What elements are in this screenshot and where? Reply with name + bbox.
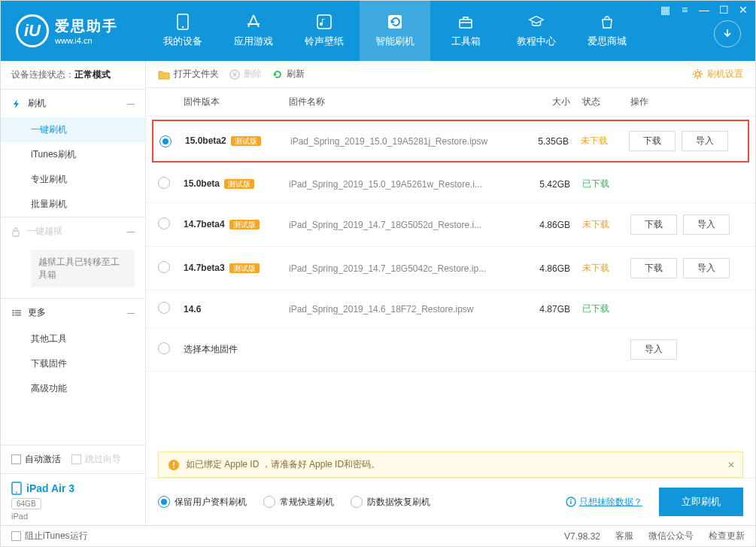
status-cell: 未下载 xyxy=(570,262,630,275)
sidebar-item-oneclick[interactable]: 一键刷机 xyxy=(1,117,145,142)
local-firmware-row[interactable]: 选择本地固件 导入 xyxy=(146,328,755,372)
import-button[interactable]: 导入 xyxy=(683,214,730,235)
wechat-link[interactable]: 微信公众号 xyxy=(648,530,694,542)
row-radio[interactable] xyxy=(158,302,170,314)
list-icon[interactable]: ≡ xyxy=(679,4,690,16)
filename-cell: iPad_Spring_2019_15.0_19A5261w_Restore.i… xyxy=(289,179,518,190)
svg-rect-2 xyxy=(317,15,331,29)
status-cell: 未下载 xyxy=(570,218,630,231)
row-radio[interactable] xyxy=(159,135,172,147)
auto-activate-checkbox[interactable]: 自动激活 xyxy=(11,453,61,466)
nav-store[interactable]: 爱思商城 xyxy=(572,1,642,61)
filename-cell: iPad_Spring_2019_15.0_19A5281j_Restore.i… xyxy=(290,136,516,147)
firmware-list: 15.0beta2测试版 iPad_Spring_2019_15.0_19A52… xyxy=(146,117,755,448)
actions-cell: 下载导入 xyxy=(630,214,743,235)
firmware-row[interactable]: 14.7beta3测试版 iPad_Spring_2019_14.7_18G50… xyxy=(146,247,755,290)
sidebar-flash-header[interactable]: 刷机 — xyxy=(1,90,145,117)
col-size: 大小 xyxy=(518,96,570,108)
row-radio[interactable] xyxy=(158,177,170,189)
row-radio[interactable] xyxy=(158,342,170,354)
row-radio[interactable] xyxy=(158,217,170,229)
appstore-icon xyxy=(245,14,262,30)
sidebar-item-itunes[interactable]: iTunes刷机 xyxy=(1,142,145,167)
refresh-button[interactable]: 刷新 xyxy=(272,68,305,81)
option-anti-recovery[interactable]: 防数据恢复刷机 xyxy=(351,496,430,509)
import-button[interactable]: 导入 xyxy=(630,339,677,360)
nav-flash[interactable]: 智能刷机 xyxy=(360,1,430,61)
svg-point-1 xyxy=(182,26,184,28)
block-itunes-checkbox[interactable]: 阻止iTunes运行 xyxy=(11,530,88,542)
sidebar-jailbreak-header[interactable]: 一键越狱 — xyxy=(1,217,145,245)
size-cell: 4.87GB xyxy=(518,304,570,315)
sidebar-item-pro[interactable]: 专业刷机 xyxy=(1,167,145,192)
version-cell: 15.0beta测试版 xyxy=(184,178,289,190)
nav-toolbox[interactable]: 工具箱 xyxy=(430,1,501,61)
alert-close-button[interactable]: ✕ xyxy=(727,460,735,470)
firmware-row[interactable]: 15.0beta测试版 iPad_Spring_2019_15.0_19A526… xyxy=(146,166,755,203)
svg-rect-10 xyxy=(15,312,21,314)
nav-my-device[interactable]: 我的设备 xyxy=(147,1,218,61)
apple-id-alert: 如已绑定 Apple ID ，请准备好 Apple ID和密码。 ✕ xyxy=(158,451,743,478)
minimize-button[interactable]: ― xyxy=(699,4,709,16)
device-type: iPad xyxy=(11,512,135,521)
version-cell: 15.0beta2测试版 xyxy=(185,135,290,147)
sidebar-item-other-tools[interactable]: 其他工具 xyxy=(1,327,145,351)
flash-settings-button[interactable]: 刷机设置 xyxy=(692,68,743,81)
beta-badge: 测试版 xyxy=(231,136,261,146)
connection-status: 设备连接状态：正常模式 xyxy=(1,61,145,89)
firmware-row[interactable]: 14.7beta4测试版 iPad_Spring_2019_14.7_18G50… xyxy=(146,203,755,247)
svg-rect-7 xyxy=(12,312,14,314)
col-version: 固件版本 xyxy=(184,96,289,108)
sidebar-item-advanced[interactable]: 高级功能 xyxy=(1,376,145,401)
device-storage: 64GB xyxy=(11,498,41,509)
svg-rect-4 xyxy=(460,20,472,28)
device-name[interactable]: iPad Air 3 xyxy=(11,482,135,495)
store-icon xyxy=(599,14,615,30)
firmware-row[interactable]: 14.6 iPad_Spring_2019_14.6_18F72_Restore… xyxy=(146,290,755,328)
delete-button: 删除 xyxy=(229,68,262,81)
download-indicator[interactable] xyxy=(714,20,741,47)
option-keep-data[interactable]: 保留用户资料刷机 xyxy=(158,496,247,509)
firmware-row[interactable]: 15.0beta2测试版 iPad_Spring_2019_15.0_19A52… xyxy=(152,120,749,163)
flash-now-button[interactable]: 立即刷机 xyxy=(659,488,743,516)
sidebar-item-download-fw[interactable]: 下载固件 xyxy=(1,351,145,376)
import-button[interactable]: 导入 xyxy=(683,258,730,278)
row-radio[interactable] xyxy=(158,261,170,273)
col-name: 固件名称 xyxy=(289,96,518,108)
filename-cell: iPad_Spring_2019_14.7_18G5052d_Restore.i… xyxy=(289,220,518,230)
download-button[interactable]: 下载 xyxy=(629,131,676,151)
open-folder-button[interactable]: 打开文件夹 xyxy=(158,68,219,81)
download-button[interactable]: 下载 xyxy=(630,214,677,235)
customer-service-link[interactable]: 客服 xyxy=(615,530,633,542)
sidebar-item-batch[interactable]: 批量刷机 xyxy=(1,192,145,217)
erase-link[interactable]: 只想抹除数据？ xyxy=(566,496,642,509)
menu-icon[interactable]: ▦ xyxy=(660,4,670,16)
skip-wizard-checkbox[interactable]: 跳过向导 xyxy=(71,453,121,466)
size-cell: 4.86GB xyxy=(518,220,570,230)
close-button[interactable]: ✕ xyxy=(738,4,748,16)
svg-rect-20 xyxy=(570,501,571,504)
jailbreak-note: 越狱工具已转移至工具箱 xyxy=(31,250,135,287)
table-header: 固件版本 固件名称 大小 状态 操作 xyxy=(146,88,755,117)
local-label: 选择本地固件 xyxy=(184,343,289,356)
folder-icon xyxy=(158,69,170,80)
check-update-link[interactable]: 检查更新 xyxy=(709,530,745,542)
flash-options-bar: 保留用户资料刷机 常规快速刷机 防数据恢复刷机 只想抹除数据？ 立即刷机 xyxy=(146,478,755,525)
svg-rect-9 xyxy=(15,310,21,311)
flash-icon xyxy=(387,14,403,30)
nav-ringtones[interactable]: 铃声壁纸 xyxy=(289,1,360,61)
sidebar: 设备连接状态：正常模式 刷机 — 一键刷机 iTunes刷机 专业刷机 批量刷机… xyxy=(1,61,146,525)
maximize-button[interactable]: ☐ xyxy=(718,4,729,16)
size-cell: 5.42GB xyxy=(518,179,570,190)
nav-apps[interactable]: 应用游戏 xyxy=(218,1,289,61)
info-icon xyxy=(566,497,576,507)
sidebar-more-header[interactable]: 更多 — xyxy=(1,299,145,327)
option-normal[interactable]: 常规快速刷机 xyxy=(263,496,334,509)
nav-tutorial[interactable]: 教程中心 xyxy=(501,1,572,61)
download-button[interactable]: 下载 xyxy=(630,258,677,278)
filename-cell: iPad_Spring_2019_14.7_18G5042c_Restore.i… xyxy=(289,263,518,274)
collapse-icon: — xyxy=(127,227,135,236)
import-button[interactable]: 导入 xyxy=(682,131,728,151)
svg-rect-8 xyxy=(12,315,14,316)
svg-rect-5 xyxy=(13,231,19,236)
